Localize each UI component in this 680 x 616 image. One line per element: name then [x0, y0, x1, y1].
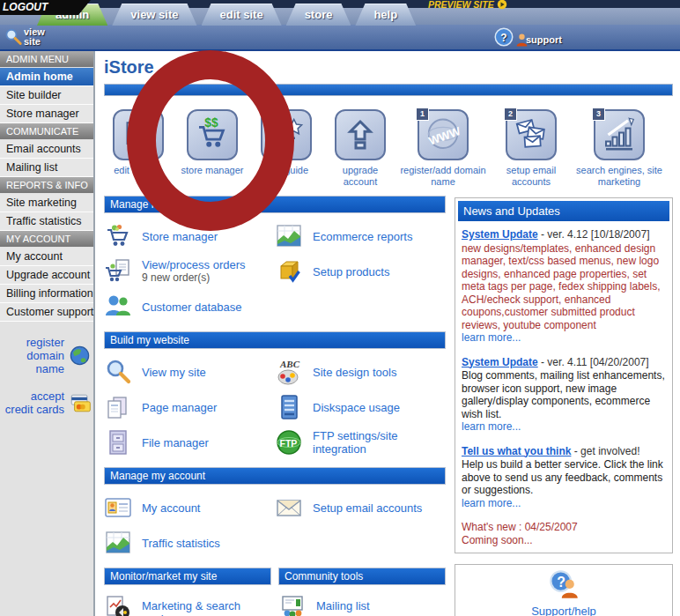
- tab-view-site[interactable]: view site: [112, 4, 196, 26]
- globe-icon: [68, 344, 92, 367]
- sidebar-item-site-marketing[interactable]: Site marketing: [0, 194, 93, 212]
- link-file-manager[interactable]: File manager: [104, 425, 275, 460]
- learn-more-link[interactable]: learn more...: [462, 420, 521, 433]
- link-label: View/process orders: [142, 258, 246, 271]
- id-card-icon: [104, 494, 132, 522]
- section-items: My account Traffic statistics Setup emai…: [104, 485, 446, 568]
- support-help-box[interactable]: ? Support/help: [455, 564, 673, 616]
- link-label-wrap: Ecommerce reports: [313, 230, 412, 243]
- tab-edit-site[interactable]: edit site: [202, 4, 282, 26]
- link-label: Customer database: [142, 301, 241, 314]
- link-store-manager[interactable]: Store manager: [104, 219, 275, 254]
- sidebar-header-reports-info: REPORTS & INFO: [0, 177, 93, 193]
- svg-text:?: ?: [500, 32, 506, 44]
- link-label: Setup email accounts: [313, 501, 422, 515]
- sidebar-item-site-builder[interactable]: Site builder: [0, 86, 93, 105]
- news-entry: System Update - ver. 4.12 [10/18/2007] n…: [462, 228, 666, 345]
- svg-text:FTP: FTP: [280, 438, 298, 449]
- tab-help[interactable]: help: [355, 4, 416, 26]
- link-label-wrap: Setup products: [313, 265, 389, 278]
- sidebar-item-upgrade-account[interactable]: Upgrade account: [0, 266, 93, 285]
- sidebar-item-admin-home[interactable]: Admin home: [0, 68, 93, 86]
- edit-page-icon-glyph: [121, 117, 156, 152]
- shortcut-search-engines-site-marketing[interactable]: 3 search engines, site marketing: [576, 109, 662, 187]
- link-label-wrap: Marketing & search engines: [142, 594, 256, 616]
- step-badge: 2: [504, 108, 517, 121]
- preview-site-button[interactable]: PREVIEW SITE: [428, 0, 507, 8]
- link-ecommerce-reports[interactable]: Ecommerce reports: [275, 219, 446, 254]
- link-label-wrap: My account: [142, 501, 200, 515]
- news-link-system-update[interactable]: System Update: [462, 356, 538, 368]
- link-label: My account: [142, 501, 200, 515]
- cabinet-icon: [104, 428, 132, 456]
- support-button[interactable]: ? support: [493, 26, 562, 48]
- link-traffic-statistics[interactable]: Traffic statistics: [104, 525, 275, 560]
- envelopes-icon: 2: [506, 109, 557, 160]
- link-label-wrap: Mailing list: [316, 594, 370, 612]
- magnifier-icon: [4, 27, 23, 47]
- link-label-wrap: Site design tools: [313, 366, 396, 379]
- link-ftp-settings-site-integration[interactable]: FTP FTP settings/site integration: [275, 425, 446, 460]
- promo-line2: credit cards: [5, 403, 64, 416]
- link-label-wrap: File manager: [142, 436, 209, 449]
- logout-button[interactable]: LOGOUT: [0, 0, 91, 15]
- sections-column: Manage my store Store manager View/proce…: [104, 196, 446, 616]
- shortcut-register-add-domain-name[interactable]: 1 WWW. register/add domain name: [400, 109, 486, 187]
- sidebar-item-my-account[interactable]: My account: [0, 248, 93, 266]
- section-col: Setup email accounts: [275, 490, 446, 525]
- link-site-design-tools[interactable]: ABC Site design tools: [275, 354, 446, 390]
- shortcut-store-manager[interactable]: $$ store manager: [178, 109, 247, 176]
- news-entry: System Update - ver. 4.11 [04/20/2007] B…: [462, 356, 666, 434]
- news-link-system-update[interactable]: System Update: [462, 228, 538, 241]
- view-site-button[interactable]: view site: [4, 27, 45, 47]
- link-marketing-search-engines[interactable]: Marketing & search engines: [104, 590, 271, 616]
- question-circle-icon: ?: [493, 26, 514, 48]
- sidebar-item-customer-support[interactable]: Customer support: [0, 303, 93, 322]
- step-badge: 1: [416, 108, 429, 121]
- shortcut-upgrade-account[interactable]: upgrade account: [326, 109, 395, 187]
- sidebar-item-email-accounts[interactable]: Email accounts: [0, 140, 93, 159]
- page-body: ADMIN MENUAdmin homeSite builderStore ma…: [0, 51, 680, 616]
- link-mailing-list[interactable]: Mailing list: [278, 590, 446, 616]
- link-label: Ecommerce reports: [313, 230, 412, 243]
- link-label: File manager: [142, 436, 209, 449]
- content-columns: Manage my store Store manager View/proce…: [104, 196, 673, 616]
- bottom-sections: Monitor/market my site Marketing & searc…: [104, 568, 446, 616]
- credit-card-icon: [68, 391, 92, 415]
- tab-store[interactable]: store: [286, 4, 351, 26]
- link-label: FTP settings/site integration: [313, 429, 446, 456]
- link-setup-products[interactable]: Setup products: [275, 254, 446, 289]
- learn-more-link[interactable]: learn more...: [462, 497, 521, 509]
- promo-accept-credit-cards[interactable]: accept credit cards: [0, 390, 92, 416]
- shortcut-web-guide[interactable]: web guide: [252, 109, 321, 176]
- abc-palette-icon: ABC: [275, 358, 303, 386]
- news-entry: Tell us what you think - get involved! H…: [462, 445, 666, 510]
- shortcut-setup-email-accounts[interactable]: 2 setup email accounts: [488, 109, 574, 187]
- support-help-link[interactable]: Support/help: [455, 605, 672, 616]
- link-diskspace-usage[interactable]: Diskspace usage: [275, 390, 446, 425]
- shortcut-edit-my-site[interactable]: edit my site: [104, 109, 173, 176]
- link-page-manager[interactable]: Page manager: [104, 390, 275, 425]
- section-items: Marketing & search engines: [104, 585, 271, 616]
- chart-icon: [104, 529, 132, 557]
- learn-more-link[interactable]: learn more...: [462, 331, 521, 344]
- support-label: support: [526, 34, 562, 45]
- promo-register-domain-name[interactable]: register domain name: [0, 336, 92, 375]
- up-arrow-icon-glyph: [343, 117, 378, 152]
- section-col: My account Traffic statistics: [104, 490, 275, 560]
- sidebar-item-store-manager[interactable]: Store manager: [0, 105, 93, 123]
- link-view-process-orders[interactable]: View/process orders 9 new order(s): [104, 254, 275, 289]
- link-view-my-site[interactable]: View my site: [104, 354, 275, 390]
- cart-dollar-icon-glyph: $$: [195, 117, 230, 152]
- sidebar-item-billing-information[interactable]: Billing information: [0, 285, 93, 303]
- sidebar-item-mailing-list[interactable]: Mailing list: [0, 159, 93, 177]
- cart-items-icon: [104, 222, 132, 250]
- link-customer-database[interactable]: Customer database: [104, 289, 275, 324]
- link-my-account[interactable]: My account: [104, 490, 275, 525]
- chart-icon: [275, 222, 303, 250]
- section-items: Store manager View/process orders 9 new …: [104, 213, 446, 331]
- link-setup-email-accounts[interactable]: Setup email accounts: [275, 490, 446, 525]
- sidebar-item-traffic-statistics[interactable]: Traffic statistics: [0, 212, 93, 231]
- news-link-tell-us-what-you-think[interactable]: Tell us what you think: [462, 445, 571, 457]
- news-body: System Update - ver. 4.12 [10/18/2007] n…: [458, 221, 669, 550]
